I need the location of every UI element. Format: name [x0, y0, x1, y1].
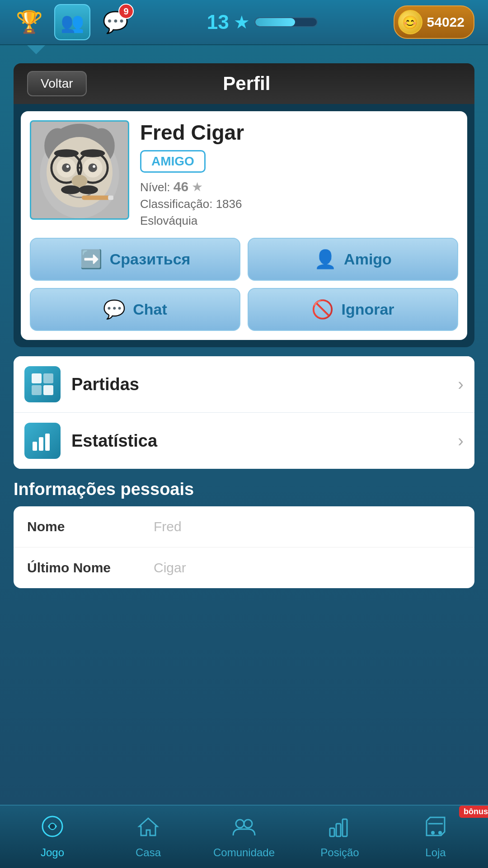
svg-rect-23 [43, 373, 53, 383]
first-name-label: Nome [27, 519, 154, 534]
svg-rect-27 [39, 437, 43, 451]
chat-action-button[interactable]: 💬 Chat [30, 288, 240, 331]
nav-comunidade-label: Comunidade [213, 846, 275, 859]
chat-button[interactable]: 💬 9 [99, 6, 131, 38]
fight-button[interactable]: ➡️ Сразиться [30, 238, 240, 281]
page-title: Perfil [87, 73, 407, 94]
last-name-label: Último Nome [27, 560, 154, 576]
svg-point-18 [61, 185, 80, 194]
chat-label: Chat [133, 301, 167, 318]
level-star-icon: ★ [234, 12, 250, 33]
first-name-value: Fred [154, 519, 182, 534]
nav-posicao-icon [328, 815, 352, 844]
svg-point-12 [88, 163, 97, 172]
tab-indicator [27, 45, 45, 54]
svg-rect-20 [82, 195, 110, 200]
classification-stat: Classificação: 1836 [140, 197, 458, 211]
level-number-display: 46 [174, 179, 188, 194]
profile-info: Fred Cigar AMIGO Nível: 46 ★ Classificaç… [21, 111, 467, 340]
friend-button[interactable]: 👤 Amigo [248, 238, 458, 281]
games-row[interactable]: Partidas › [14, 356, 474, 413]
main-content: Voltar Perfil [0, 54, 488, 670]
coin-icon: 😊 [398, 10, 422, 34]
svg-rect-28 [45, 434, 50, 451]
svg-rect-25 [43, 385, 53, 395]
stats-label: Estatística [71, 431, 458, 451]
friends-button[interactable]: 👥 [54, 4, 90, 40]
nav-posicao[interactable]: Posição [292, 810, 388, 863]
amigo-badge: AMIGO [140, 150, 206, 173]
user-name: Fred Cigar [140, 120, 458, 145]
country-value: Eslováquia [140, 214, 197, 227]
profile-details: Fred Cigar AMIGO Nível: 46 ★ Classificaç… [140, 120, 458, 231]
stats-chevron: › [458, 431, 464, 451]
fight-icon: ➡️ [80, 249, 103, 270]
games-label: Partidas [71, 375, 458, 394]
stats-row[interactable]: Estatística › [14, 413, 474, 469]
svg-point-32 [244, 820, 252, 828]
svg-rect-21 [108, 195, 113, 200]
sections-card: Partidas › Estatística › [14, 356, 474, 469]
svg-point-13 [66, 165, 69, 168]
level-display: 13 ★ [207, 11, 318, 33]
games-icon [24, 366, 61, 402]
svg-rect-22 [32, 373, 42, 383]
svg-point-37 [438, 831, 442, 835]
nav-casa-icon [136, 815, 160, 844]
nav-posicao-label: Posição [320, 846, 359, 859]
nav-jogo[interactable]: Jogo [5, 810, 100, 863]
friend-icon: 👤 [314, 249, 337, 270]
last-name-row: Último Nome Cigar [14, 547, 474, 588]
trophy-icon: 🏆 [16, 9, 43, 35]
svg-rect-34 [336, 824, 341, 836]
nav-comunidade-icon [232, 815, 256, 844]
svg-rect-33 [330, 828, 334, 836]
level-progress-bar [254, 17, 318, 27]
last-name-value: Cigar [154, 560, 186, 576]
level-label: Nível: [140, 180, 170, 194]
svg-point-11 [62, 163, 70, 172]
first-name-row: Nome Fred [14, 506, 474, 547]
bonus-badge: bônus [459, 806, 488, 818]
svg-rect-26 [33, 442, 37, 451]
stats-icon [24, 423, 61, 459]
info-card: Nome Fred Último Nome Cigar [14, 506, 474, 588]
svg-point-19 [79, 185, 98, 194]
coins-display: 😊 54022 [394, 5, 474, 39]
profile-card: Voltar Perfil [14, 63, 474, 347]
classification-label: Classificação: [140, 197, 212, 211]
top-bar: 🏆 👥 💬 9 13 ★ 😊 54022 [0, 0, 488, 45]
nav-jogo-icon [41, 815, 64, 844]
coins-value: 54022 [427, 14, 465, 30]
trophy-button[interactable]: 🏆 [14, 6, 45, 38]
svg-point-14 [93, 165, 95, 168]
back-button[interactable]: Voltar [27, 71, 87, 96]
nav-loja-icon [424, 815, 447, 844]
nav-casa[interactable]: Casa [100, 810, 196, 863]
nav-loja[interactable]: bônus Loja [388, 810, 483, 863]
friend-label: Amigo [344, 250, 392, 268]
svg-point-31 [236, 820, 244, 828]
svg-point-16 [80, 149, 105, 157]
games-chevron: › [458, 375, 464, 394]
svg-rect-24 [32, 385, 42, 395]
country-stat: Eslováquia [140, 214, 458, 228]
nav-comunidade[interactable]: Comunidade [196, 810, 292, 863]
nav-jogo-label: Jogo [41, 846, 64, 859]
classification-value: 1836 [216, 197, 242, 211]
svg-point-15 [54, 149, 79, 157]
svg-rect-35 [343, 819, 347, 836]
svg-point-36 [431, 831, 435, 835]
chat-bubble-icon: 💬 [103, 299, 126, 320]
nav-loja-label: Loja [425, 846, 446, 859]
ignore-button[interactable]: 🚫 Ignorar [248, 288, 458, 331]
page-header: Voltar Perfil [14, 63, 474, 104]
profile-top: Fred Cigar AMIGO Nível: 46 ★ Classificaç… [30, 120, 458, 231]
personal-info-title: Informações pessoais [14, 480, 474, 499]
stat-star-icon: ★ [192, 180, 203, 194]
svg-point-17 [71, 175, 87, 187]
ignore-icon: 🚫 [311, 299, 334, 320]
chat-badge: 9 [118, 4, 134, 19]
level-number: 13 [207, 11, 229, 33]
level-bar-fill [255, 18, 295, 26]
